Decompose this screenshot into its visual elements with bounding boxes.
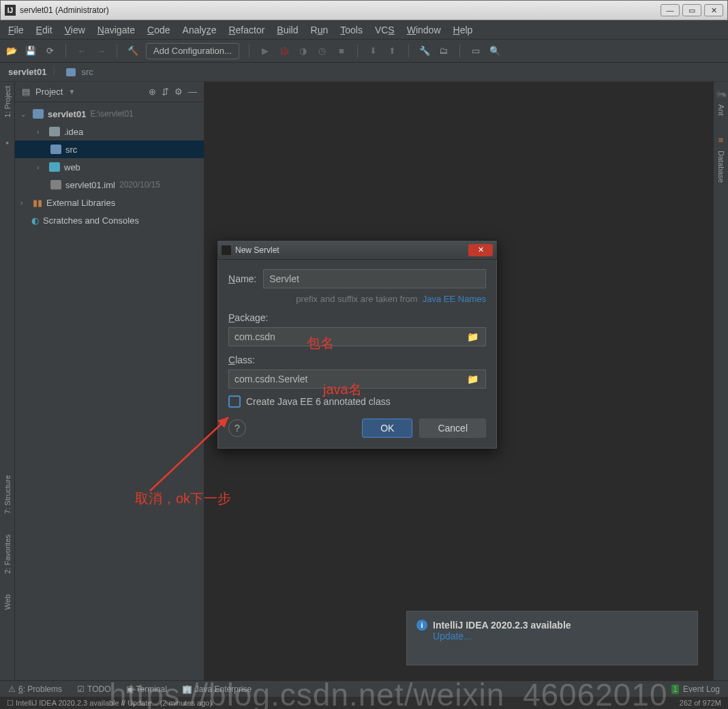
crumb-root[interactable]: servlet01 [8, 67, 46, 77]
project-icon: ▤ [22, 87, 30, 97]
open-icon[interactable]: 📂 [5, 45, 18, 57]
tree-item-web[interactable]: web [15, 158, 204, 176]
java-ee-names-link[interactable]: Java EE Names [423, 294, 486, 304]
dialog-titlebar[interactable]: New Servlet ✕ [217, 241, 497, 260]
search-icon[interactable]: 🔍 [489, 45, 501, 57]
git-icon[interactable]: ⬇ [367, 45, 380, 57]
menu-vcs[interactable]: VCS [375, 25, 395, 35]
run-icon[interactable]: ▶ [259, 45, 271, 57]
todo-icon: ☑ [77, 684, 85, 694]
tab-database[interactable]: Database [717, 151, 725, 183]
package-input[interactable]: com.csdn 📁 [228, 327, 486, 346]
target-icon[interactable]: ⊕ [149, 87, 156, 97]
chevron-icon[interactable] [37, 128, 45, 136]
chevron-icon[interactable] [20, 110, 29, 118]
update-link[interactable]: Update... [433, 631, 472, 642]
menu-window[interactable]: Window [407, 25, 441, 35]
tab-event-log[interactable]: 1Event Log [671, 684, 720, 694]
help-button[interactable]: ? [228, 419, 246, 437]
back-icon[interactable]: ← [76, 45, 88, 57]
tab-terminal[interactable]: ▣Terminal [126, 684, 167, 694]
crumb-sep: 〉 [52, 66, 61, 78]
tree-item-idea[interactable]: .idea [15, 123, 204, 140]
gear-icon[interactable]: ⚙ [175, 87, 183, 97]
tab-ant[interactable]: Ant [717, 104, 725, 116]
git-push-icon[interactable]: ⬆ [386, 45, 399, 57]
maximize-button[interactable]: ▭ [682, 4, 701, 16]
coverage-icon[interactable]: ◑ [297, 45, 309, 57]
build-hammer-icon[interactable]: 🔨 [127, 45, 139, 57]
chevron-icon[interactable] [37, 164, 45, 171]
file-icon [50, 180, 61, 190]
browse-icon[interactable]: 📁 [465, 331, 480, 342]
refresh-icon[interactable]: ⟳ [44, 45, 56, 57]
hide-icon[interactable]: — [188, 87, 197, 97]
structure-icon[interactable]: 🗂 [438, 45, 450, 57]
tab-problems[interactable]: ⚠6: Problems [8, 684, 62, 694]
tab-java-enterprise[interactable]: 🏢Java Enterprise [182, 684, 252, 694]
menubar: File Edit View Navigate Code Analyze Ref… [0, 20, 728, 40]
menu-navigate[interactable]: Navigate [97, 25, 135, 35]
name-hint: prefix and suffix are taken from Java EE… [228, 294, 486, 304]
close-button[interactable]: ✕ [704, 4, 723, 16]
tab-project[interactable]: 1: Project [3, 86, 12, 117]
separator [249, 44, 249, 58]
tab-web[interactable]: Web [3, 594, 12, 609]
tree-external-libs[interactable]: ▮▮ External Libraries [15, 194, 204, 211]
expand-icon[interactable]: ⇵ [162, 87, 169, 97]
package-label: Package: [228, 312, 486, 323]
new-servlet-dialog: New Servlet ✕ Name: Servlet prefix and s… [217, 240, 498, 449]
class-input[interactable]: com.csdn.Servlet 📁 [228, 369, 486, 389]
menu-run[interactable]: Run [311, 25, 329, 35]
create-annotated-checkbox[interactable] [228, 395, 241, 408]
tab-structure[interactable]: 7: Structure [3, 475, 12, 514]
tab-todo[interactable]: ☑TODO [77, 684, 110, 694]
forward-icon[interactable]: → [95, 45, 107, 57]
project-tree: servlet01 E:\servlet01 .idea src web ser… [15, 102, 204, 232]
ok-button[interactable]: OK [362, 419, 412, 438]
status-message[interactable]: ☐ IntelliJ IDEA 2020.2.3 available // Up… [7, 699, 212, 708]
app-icon: IJ [5, 5, 16, 16]
cancel-button[interactable]: Cancel [419, 419, 486, 438]
separator [117, 44, 117, 58]
name-input[interactable]: Servlet [263, 269, 486, 288]
stop-icon[interactable]: ■ [335, 45, 348, 57]
separator [408, 44, 409, 58]
update-notification: i IntelliJ IDEA 2020.2.3 available Updat… [406, 611, 698, 665]
save-icon[interactable]: 💾 [25, 45, 37, 57]
debug-icon[interactable]: 🐞 [278, 45, 290, 57]
warning-icon: ⚠ [8, 684, 16, 694]
menu-refactor[interactable]: Refactor [228, 25, 264, 35]
folder-icon [50, 145, 61, 154]
breadcrumb: servlet01 〉 src [0, 63, 728, 82]
wrench-icon[interactable]: 🔧 [419, 45, 431, 57]
menu-edit[interactable]: Edit [36, 25, 52, 35]
menu-code[interactable]: Code [147, 25, 170, 35]
chevron-down-icon[interactable]: ▼ [68, 88, 75, 95]
separator [65, 44, 66, 58]
browse-icon[interactable]: 📁 [465, 374, 480, 384]
scratches-icon: ◐ [31, 215, 39, 226]
crumb-src[interactable]: src [81, 67, 93, 77]
menu-file[interactable]: File [8, 25, 24, 35]
profile-icon[interactable]: ◷ [316, 45, 329, 57]
dialog-close-button[interactable]: ✕ [468, 244, 493, 256]
menu-analyze[interactable]: Analyze [183, 25, 217, 35]
sidebar-title[interactable]: Project [35, 87, 63, 97]
tree-item-src[interactable]: src [15, 140, 204, 158]
add-configuration-button[interactable]: Add Configuration... [146, 43, 239, 59]
chevron-icon[interactable] [20, 199, 29, 207]
event-badge-icon: 1 [671, 684, 679, 694]
menu-view[interactable]: View [65, 25, 85, 35]
menu-build[interactable]: Build [277, 25, 298, 35]
menu-tools[interactable]: Tools [340, 25, 363, 35]
device-icon[interactable]: ▭ [470, 45, 482, 57]
tree-root[interactable]: servlet01 E:\servlet01 [15, 105, 204, 123]
name-label: Name: [228, 273, 256, 284]
tree-scratches[interactable]: ◐ Scratches and Consoles [15, 211, 204, 229]
memory-indicator[interactable]: 262 of 972M [680, 699, 721, 707]
tree-item-iml[interactable]: servlet01.iml 2020/10/15 [15, 176, 204, 194]
menu-help[interactable]: Help [453, 25, 473, 35]
tab-favorites[interactable]: 2: Favorites [3, 534, 12, 573]
minimize-button[interactable]: — [661, 4, 680, 16]
